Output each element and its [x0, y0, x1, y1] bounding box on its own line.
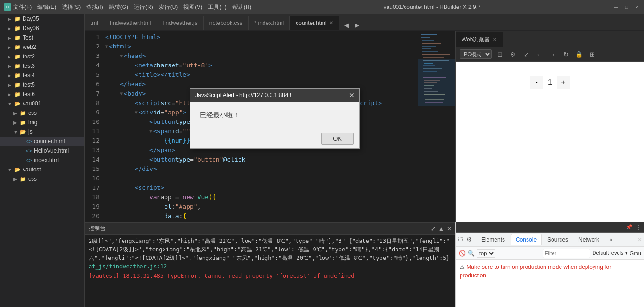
panel-close-icon[interactable]: ✕ [447, 226, 452, 232]
sidebar-item-test3[interactable]: ▶ 📁 test3 [0, 61, 84, 71]
tab-close-icon[interactable]: ✕ [330, 20, 333, 25]
sidebar-item-label: css [28, 176, 37, 182]
expand-icon[interactable]: ⤢ [521, 49, 531, 59]
devtools-tab-network[interactable]: Network [574, 234, 604, 245]
devtools-group-label[interactable]: Grou [630, 250, 641, 256]
sidebar-item-vau001[interactable]: ▼ 📂 vau001 [0, 99, 84, 108]
counter-minus-button[interactable]: - [530, 76, 543, 89]
sidebar-item-label: js [28, 129, 33, 135]
devtools-filter-icon[interactable]: 🔍 [468, 250, 475, 257]
sidebar-item-test4[interactable]: ▶ 📁 test4 [0, 71, 84, 80]
devtools-more-icon[interactable]: ⋮ [636, 224, 641, 231]
menu-run[interactable]: 运行(R) [134, 3, 153, 11]
devtools-close-icon[interactable]: ✕ [637, 236, 642, 243]
tab-nav-next[interactable]: ▶ [352, 20, 362, 30]
menu-tools[interactable]: 工具(T) [208, 3, 226, 11]
sidebar-item-test5[interactable]: ▶ 📁 test5 [0, 80, 84, 89]
counter-plus-button[interactable]: + [557, 76, 570, 89]
menu-goto[interactable]: 跳转(G) [109, 3, 128, 11]
maximize-button[interactable]: □ [623, 4, 630, 10]
tab-notebook-css[interactable]: notebook.css [204, 16, 249, 30]
browser-tab-close[interactable]: ✕ [493, 37, 497, 43]
back-nav-icon[interactable]: ← [534, 49, 545, 59]
sidebar-item-css[interactable]: ▶ 📁 css [0, 108, 84, 118]
sidebar-item-web2[interactable]: ▶ 📁 web2 [0, 42, 84, 52]
menu-edit[interactable]: 编辑(E) [37, 3, 56, 11]
devtools-filter-input[interactable] [543, 249, 591, 258]
sidebar-item-vautest[interactable]: ▼ 📂 vautest [0, 165, 84, 174]
dialog-footer: OK [190, 129, 359, 148]
devtools-clear-icon[interactable]: 🚫 [459, 250, 466, 257]
menu-file[interactable]: 文件(F) [13, 3, 32, 11]
sidebar-item-test6[interactable]: ▶ 📁 test6 [0, 89, 84, 99]
devtools-tab-sources[interactable]: Sources [543, 234, 573, 245]
tab-findweather-js[interactable]: findweather.js [157, 16, 203, 30]
fold-arrow[interactable]: ▼ [105, 42, 108, 51]
browser-tab[interactable]: Web浏览器 ✕ [456, 32, 503, 47]
minimap-svg [418, 31, 455, 222]
sidebar-item-index-html[interactable]: ▶ <> index.html [0, 155, 84, 165]
sidebar-item-hellovue-html[interactable]: ▶ <> HelloVue.html [0, 146, 84, 155]
panel-up-icon[interactable]: ▲ [438, 226, 444, 232]
code-line: el:"#app", [105, 202, 414, 211]
tab-label: notebook.css [209, 20, 243, 26]
tab-findweather-html[interactable]: findweather.html [104, 16, 157, 30]
grid-icon[interactable]: ⊞ [587, 49, 597, 59]
collapse-arrow: ▶ [8, 45, 13, 50]
sidebar-item-js[interactable]: ▼ 📂 js [0, 127, 84, 137]
bottom-panel-title: 控制台 [89, 225, 106, 233]
devtools-levels-label[interactable]: Default levels ▾ [592, 250, 627, 256]
close-button[interactable]: ✕ [634, 4, 640, 10]
fold-arrow[interactable]: ▼ [135, 108, 138, 117]
tab-counter-html[interactable]: counter.html ✕ [290, 16, 339, 30]
minimize-button[interactable]: ─ [613, 4, 619, 10]
menu-select[interactable]: 选择(S) [62, 3, 81, 11]
console-link[interactable]: at_js/findweather.js:12 [89, 263, 167, 270]
code-line [105, 174, 414, 183]
sidebar-item-day06[interactable]: ▶ 📁 Day06 [0, 24, 84, 33]
sidebar-item-test[interactable]: ▶ 📁 Test [0, 33, 84, 42]
devtools-context-selector[interactable]: top [477, 249, 495, 258]
collapse-arrow: ▶ [13, 111, 19, 116]
sidebar-item-test2[interactable]: ▶ 📁 test2 [0, 52, 84, 61]
folder-icon: 📁 [14, 16, 21, 22]
devtools-inspect-icon[interactable]: ⬚ [458, 236, 463, 243]
refresh-icon[interactable]: ↻ [561, 49, 571, 59]
devtools-tab-more[interactable]: » [605, 234, 618, 245]
devtools-tab-elements[interactable]: Elements [477, 234, 510, 245]
dialog-close-button[interactable]: ✕ [349, 91, 355, 99]
sidebar-item-img[interactable]: ▶ 📁 img [0, 118, 84, 127]
browser-nav: PC模式 ⊡ ⚙ ⤢ ← → ↻ 🔒 ⊞ [456, 47, 644, 62]
tab-tml[interactable]: tml [85, 16, 104, 30]
tab-index-html[interactable]: * index.html [249, 16, 290, 30]
forward-nav-icon[interactable]: → [547, 49, 558, 59]
fold-arrow[interactable]: ▼ [120, 89, 123, 98]
devtools-pin-icon[interactable]: 📌 [626, 224, 633, 230]
sidebar-item-counter-html[interactable]: ▶ <> counter.html [0, 137, 84, 146]
dialog-ok-button[interactable]: OK [321, 133, 354, 145]
new-tab-icon[interactable]: ⊡ [495, 49, 505, 59]
mode-selector[interactable]: PC模式 [460, 49, 492, 59]
sidebar-item-vautest-css[interactable]: ▶ 📁 css [0, 174, 84, 184]
menu-view[interactable]: 视图(V) [183, 3, 202, 11]
menu-search[interactable]: 查找(I) [86, 3, 103, 11]
menu-publish[interactable]: 发行(U) [159, 3, 178, 11]
devtools-settings-icon[interactable]: ⚙ [466, 236, 472, 243]
fold-arrow[interactable]: ▼ [120, 51, 123, 61]
devtools-tab-console[interactable]: Console [511, 234, 542, 245]
folder-icon: 📁 [14, 53, 21, 60]
tab-nav-prev[interactable]: ◀ [341, 20, 352, 30]
counter-display: - 1 + [530, 76, 570, 89]
dialog-message: 已经最小啦！ [200, 111, 239, 119]
panel-expand-icon[interactable]: ⤢ [431, 226, 436, 232]
sidebar-item-label: Test [23, 34, 33, 41]
devtools-tab-bar: ⬚ ⚙ Elements Console Sources Network » ✕ [456, 233, 644, 247]
code-line: <!DOCTYPE html> [105, 32, 414, 42]
sidebar-item-day05[interactable]: ▶ 📁 Day05 [0, 14, 84, 24]
menu-help[interactable]: 帮助(H) [232, 3, 252, 11]
window-title: vau001/counter.html - HBuilder X 2.9.7 [384, 4, 481, 10]
fold-arrow[interactable]: ▼ [149, 127, 152, 136]
collapse-arrow: ▶ [8, 92, 13, 97]
app-logo: H [4, 3, 11, 11]
settings-icon[interactable]: ⚙ [508, 49, 518, 59]
